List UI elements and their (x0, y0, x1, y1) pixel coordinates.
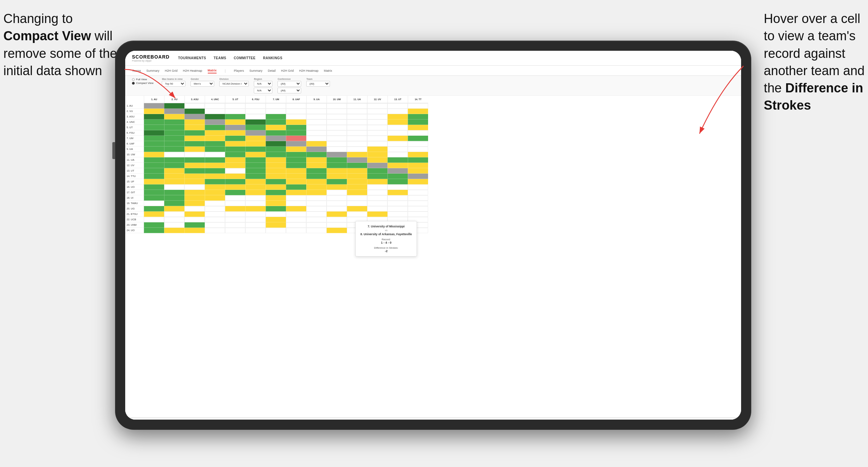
cell-23-4[interactable] (205, 222, 225, 228)
cell-2-14[interactable] (408, 109, 428, 114)
cell-9-10[interactable] (327, 147, 347, 152)
cell-11-7[interactable] (266, 157, 286, 163)
cell-10-12[interactable] (367, 152, 387, 157)
cell-17-13[interactable] (387, 190, 408, 195)
cell-5-7[interactable] (266, 125, 286, 130)
cell-18-1[interactable] (144, 195, 164, 201)
cell-1-13[interactable] (387, 103, 408, 109)
cell-20-1[interactable] (144, 206, 164, 212)
cell-7-6[interactable] (245, 136, 266, 141)
cell-3-14[interactable] (408, 114, 428, 119)
cell-7-14[interactable] (408, 136, 428, 141)
cell-12-2[interactable] (164, 163, 184, 168)
cell-4-1[interactable] (144, 119, 164, 125)
cell-19-6[interactable] (245, 201, 266, 206)
cell-19-8[interactable] (286, 201, 306, 206)
cell-17-10[interactable] (327, 190, 347, 195)
cell-12-14[interactable] (408, 163, 428, 168)
cell-12-8[interactable] (286, 163, 306, 168)
cell-7-10[interactable] (327, 136, 347, 141)
sub-nav-matrix1[interactable]: Matrix (208, 68, 217, 73)
cell-21-6[interactable] (245, 212, 266, 217)
cell-6-10[interactable] (327, 130, 347, 136)
cell-6-12[interactable] (367, 130, 387, 136)
cell-4-5[interactable] (225, 119, 245, 125)
cell-16-5[interactable] (225, 184, 245, 190)
cell-24-8[interactable] (286, 228, 306, 233)
cell-1-7[interactable] (266, 103, 286, 109)
cell-10-4[interactable] (205, 152, 225, 157)
cell-9-2[interactable] (164, 147, 184, 152)
filter-region-select[interactable]: N/A (254, 81, 272, 87)
cell-14-5[interactable] (225, 174, 245, 179)
cell-6-7[interactable] (266, 130, 286, 136)
cell-14-8[interactable] (286, 174, 306, 179)
cell-4-7[interactable] (266, 119, 286, 125)
cell-20-9[interactable] (306, 206, 327, 212)
cell-13-5[interactable] (225, 168, 245, 174)
cell-20-11[interactable] (347, 206, 367, 212)
cell-10-9[interactable] (306, 152, 327, 157)
cell-19-2[interactable] (164, 201, 184, 206)
cell-24-6[interactable] (245, 228, 266, 233)
cell-24-9[interactable] (306, 228, 327, 233)
cell-12-1[interactable] (144, 163, 164, 168)
cell-24-3[interactable] (184, 228, 205, 233)
cell-9-14[interactable] (408, 147, 428, 152)
cell-4-8[interactable] (286, 119, 306, 125)
cell-8-11[interactable] (347, 141, 367, 147)
cell-15-7[interactable] (266, 179, 286, 184)
cell-21-10[interactable] (327, 212, 347, 217)
cell-9-12[interactable] (367, 147, 387, 152)
cell-7-7[interactable] (266, 136, 286, 141)
cell-20-8[interactable] (286, 206, 306, 212)
cell-18-14[interactable] (408, 195, 428, 201)
cell-22-6[interactable] (245, 217, 266, 222)
cell-16-14[interactable] (408, 184, 428, 190)
cell-18-4[interactable] (205, 195, 225, 201)
cell-10-7[interactable] (266, 152, 286, 157)
cell-21-7[interactable] (266, 212, 286, 217)
filter-region-select2[interactable]: N/A (254, 88, 272, 93)
cell-1-5[interactable] (225, 103, 245, 109)
cell-8-5[interactable] (225, 141, 245, 147)
cell-6-13[interactable] (387, 130, 408, 136)
cell-18-7[interactable] (266, 195, 286, 201)
cell-20-5[interactable] (225, 206, 245, 212)
cell-14-7[interactable] (266, 174, 286, 179)
cell-14-6[interactable] (245, 174, 266, 179)
cell-4-9[interactable] (306, 119, 327, 125)
cell-5-3[interactable] (184, 125, 205, 130)
cell-20-14[interactable] (408, 206, 428, 212)
cell-2-5[interactable] (225, 109, 245, 114)
cell-7-13[interactable] (387, 136, 408, 141)
cell-3-10[interactable] (327, 114, 347, 119)
cell-14-12[interactable] (367, 174, 387, 179)
filter-max-select[interactable]: Top 50 (162, 81, 185, 87)
radio-compact-view[interactable]: Compact View (132, 82, 153, 85)
cell-21-12[interactable] (367, 212, 387, 217)
sub-nav-h2hheatmap1[interactable]: H2H Heatmap (183, 68, 202, 73)
cell-4-4[interactable] (205, 119, 225, 125)
cell-18-3[interactable] (184, 195, 205, 201)
cell-2-8[interactable] (286, 109, 306, 114)
cell-10-10[interactable] (327, 152, 347, 157)
cell-17-14[interactable] (408, 190, 428, 195)
cell-19-5[interactable] (225, 201, 245, 206)
cell-21-11[interactable] (347, 212, 367, 217)
cell-17-5[interactable] (225, 190, 245, 195)
cell-19-11[interactable] (347, 201, 367, 206)
cell-12-10[interactable] (327, 163, 347, 168)
cell-9-6[interactable] (245, 147, 266, 152)
cell-16-3[interactable] (184, 184, 205, 190)
cell-7-4[interactable] (205, 136, 225, 141)
cell-7-3[interactable] (184, 136, 205, 141)
cell-3-7[interactable] (266, 114, 286, 119)
cell-11-11[interactable] (347, 157, 367, 163)
cell-10-8[interactable] (286, 152, 306, 157)
cell-19-12[interactable] (367, 201, 387, 206)
cell-2-7[interactable] (266, 109, 286, 114)
sub-nav-detail[interactable]: Detail (268, 68, 275, 73)
filter-gender-select[interactable]: Men's (191, 81, 214, 87)
cell-24-7[interactable] (266, 228, 286, 233)
